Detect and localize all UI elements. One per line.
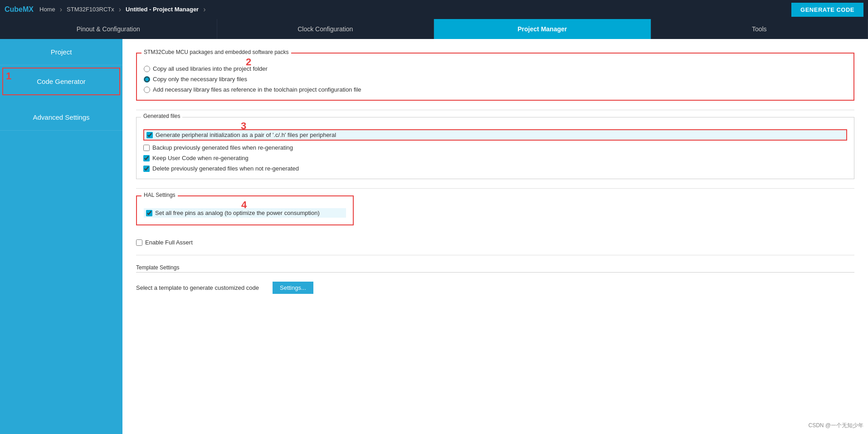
radio-copy-necessary[interactable]: Copy only the necessary library files bbox=[144, 76, 847, 83]
annotation-2: 2 bbox=[246, 56, 251, 68]
checkbox-full-assert[interactable]: Enable Full Assert bbox=[136, 239, 854, 246]
hal-section-wrapper: HAL Settings 4 Set all free pins as anal… bbox=[136, 195, 854, 246]
annotation-4: 4 bbox=[241, 199, 247, 211]
tab-clock[interactable]: Clock Configuration bbox=[217, 19, 434, 39]
sidebar-item-code-generator[interactable]: 1 Code Generator bbox=[2, 68, 120, 95]
radio-add-reference[interactable]: Add necessary library files as reference… bbox=[144, 86, 847, 93]
generate-code-button[interactable]: GENERATE CODE bbox=[791, 3, 863, 17]
watermark: CSDN @一个无知少年 bbox=[808, 422, 863, 429]
checkbox-full-assert-label: Enable Full Assert bbox=[145, 239, 193, 246]
hal-section: HAL Settings 4 Set all free pins as anal… bbox=[136, 195, 354, 225]
divider-3 bbox=[136, 255, 854, 255]
checkbox-delete-prev-label: Delete previously generated files when n… bbox=[152, 165, 299, 172]
tab-bar: Pinout & Configuration Clock Configurati… bbox=[0, 19, 868, 39]
radio-add-reference-label: Add necessary library files as reference… bbox=[153, 86, 361, 93]
settings-button[interactable]: Settings... bbox=[273, 282, 313, 294]
breadcrumb-arrow-2: › bbox=[119, 5, 121, 14]
content-area: STM32Cube MCU packages and embedded soft… bbox=[122, 39, 868, 434]
radio-add-reference-input[interactable] bbox=[144, 87, 150, 93]
checkbox-keep-user-code[interactable]: Keep User Code when re-generating bbox=[143, 155, 847, 161]
checkbox-peripheral-init[interactable]: Generate peripheral initialization as a … bbox=[143, 129, 847, 141]
template-section-title: Template Settings bbox=[136, 264, 854, 273]
generated-files-checkbox-group: Generate peripheral initialization as a … bbox=[143, 129, 847, 172]
checkbox-delete-prev[interactable]: Delete previously generated files when n… bbox=[143, 165, 847, 172]
template-section: Template Settings Select a template to g… bbox=[136, 264, 854, 298]
annotation-3: 3 bbox=[241, 120, 246, 132]
radio-copy-necessary-label: Copy only the necessary library files bbox=[153, 76, 247, 83]
mcu-section: STM32Cube MCU packages and embedded soft… bbox=[136, 53, 854, 101]
checkbox-backup-input[interactable] bbox=[143, 145, 150, 151]
tab-pinout[interactable]: Pinout & Configuration bbox=[0, 19, 217, 39]
checkbox-delete-prev-input[interactable] bbox=[143, 166, 150, 172]
breadcrumb-arrow-3: › bbox=[203, 5, 205, 14]
checkbox-free-pins-label: Set all free pins as analog (to optimize… bbox=[155, 210, 320, 216]
template-label: Select a template to generate customized… bbox=[136, 284, 259, 291]
checkbox-full-assert-input[interactable] bbox=[136, 239, 142, 246]
logo: CubeMX bbox=[5, 5, 34, 14]
divider-2 bbox=[136, 188, 854, 189]
checkbox-free-pins-input[interactable] bbox=[146, 210, 152, 216]
checkbox-keep-user-code-label: Keep User Code when re-generating bbox=[152, 155, 249, 161]
breadcrumb: CubeMX Home › STM32F103RCTx › Untitled -… bbox=[5, 0, 207, 19]
mcu-section-title: STM32Cube MCU packages and embedded soft… bbox=[141, 49, 291, 55]
template-row: Select a template to generate customized… bbox=[136, 277, 854, 298]
breadcrumb-arrow-1: › bbox=[60, 5, 62, 14]
sidebar-item-advanced[interactable]: Advanced Settings bbox=[0, 104, 122, 131]
sidebar-item-project[interactable]: Project bbox=[0, 39, 122, 65]
checkbox-backup[interactable]: Backup previously generated files when r… bbox=[143, 144, 847, 151]
mcu-radio-group: Copy all used libraries into the project… bbox=[144, 65, 847, 93]
checkbox-keep-user-code-input[interactable] bbox=[143, 155, 150, 161]
sidebar-item-code-generator-label: Code Generator bbox=[37, 78, 86, 85]
tab-tools[interactable]: Tools bbox=[651, 19, 868, 39]
top-bar: CubeMX Home › STM32F103RCTx › Untitled -… bbox=[0, 0, 868, 19]
generated-files-section: Generated files 3 Generate peripheral in… bbox=[136, 117, 854, 179]
checkbox-backup-label: Backup previously generated files when r… bbox=[152, 144, 293, 151]
checkbox-peripheral-init-label: Generate peripheral initialization as a … bbox=[156, 132, 336, 138]
annotation-1: 1 bbox=[6, 70, 11, 82]
divider-1 bbox=[136, 110, 854, 110]
radio-copy-necessary-input[interactable] bbox=[144, 76, 150, 83]
tab-project-manager[interactable]: Project Manager bbox=[434, 19, 651, 39]
breadcrumb-home[interactable]: Home bbox=[36, 0, 59, 19]
breadcrumb-project: Untitled - Project Manager bbox=[122, 0, 202, 19]
radio-copy-all-input[interactable] bbox=[144, 66, 150, 72]
sidebar: Project 1 Code Generator Advanced Settin… bbox=[0, 39, 122, 434]
hal-section-title: HAL Settings bbox=[141, 192, 178, 198]
checkbox-peripheral-init-input[interactable] bbox=[146, 132, 153, 138]
generated-files-title: Generated files bbox=[141, 113, 182, 119]
main-layout: Project 1 Code Generator Advanced Settin… bbox=[0, 39, 868, 434]
breadcrumb-mcu[interactable]: STM32F103RCTx bbox=[63, 0, 118, 19]
hal-extra-checkboxes: Enable Full Assert bbox=[136, 239, 854, 246]
